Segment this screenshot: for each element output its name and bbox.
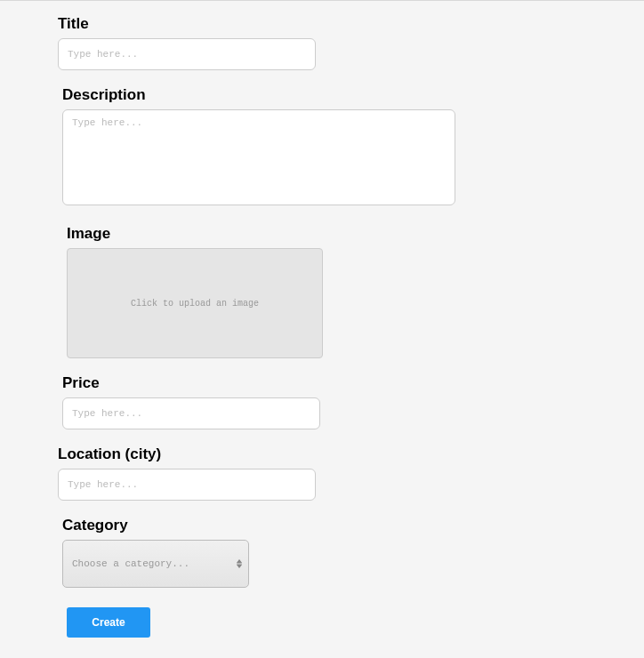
price-input[interactable] [62, 397, 320, 429]
description-label: Description [62, 86, 644, 104]
create-button[interactable]: Create [67, 607, 150, 638]
form-container: Title Description Image Click to upload … [0, 1, 644, 638]
title-label: Title [58, 15, 644, 33]
price-field-group: Price [62, 374, 644, 429]
location-field-group: Location (city) [58, 445, 644, 501]
category-select[interactable]: Choose a category... [62, 540, 249, 588]
location-input[interactable] [58, 469, 316, 501]
submit-group: Create [67, 604, 644, 638]
image-field-group: Image Click to upload an image [67, 225, 644, 358]
image-label: Image [67, 225, 644, 243]
category-label: Category [62, 517, 644, 534]
category-field-group: Category Choose a category... [62, 517, 644, 588]
image-upload-zone[interactable]: Click to upload an image [67, 248, 323, 358]
title-field-group: Title [58, 15, 644, 70]
price-label: Price [62, 374, 644, 392]
description-textarea[interactable] [62, 109, 455, 205]
description-field-group: Description [62, 86, 644, 209]
category-select-wrapper: Choose a category... [62, 540, 249, 588]
title-input[interactable] [58, 38, 316, 70]
image-upload-text: Click to upload an image [131, 299, 259, 309]
location-label: Location (city) [58, 445, 644, 463]
